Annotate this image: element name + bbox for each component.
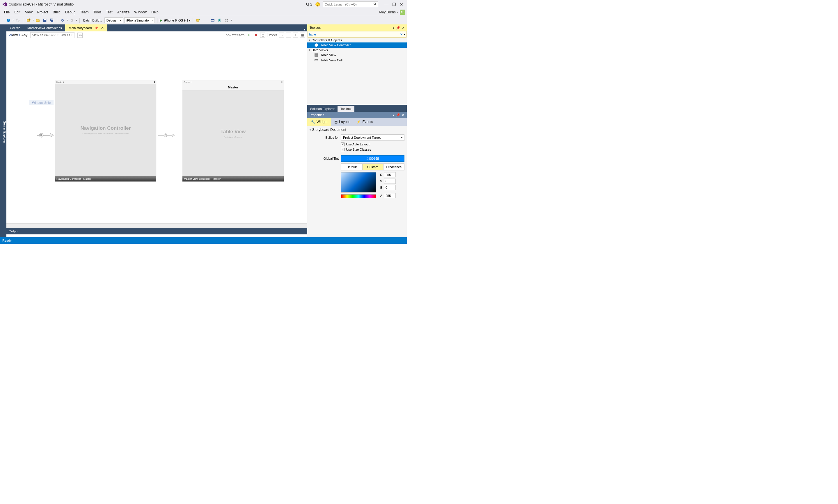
- menu-window[interactable]: Window: [132, 10, 149, 14]
- nav-controller-scene[interactable]: Carrier ᯤ▮ Navigation Controller Ctrl+dr…: [55, 80, 156, 181]
- color-a-input[interactable]: [384, 193, 396, 198]
- toolbar-icon-3[interactable]: [217, 17, 222, 23]
- segue-arrow-root[interactable]: [158, 131, 175, 139]
- user-menu[interactable]: Amy Burns ▾ AB: [378, 10, 405, 15]
- horizontal-scrollbar[interactable]: [6, 223, 307, 228]
- menu-debug[interactable]: Debug: [63, 10, 78, 14]
- toolbox-search[interactable]: ✕ ▾: [307, 31, 407, 37]
- global-tint-swatch[interactable]: #ff0086ff: [341, 155, 405, 162]
- menu-file[interactable]: File: [2, 10, 12, 14]
- props-tab-layout[interactable]: ▤Layout: [331, 118, 353, 126]
- platform-dropdown[interactable]: iPhoneSimulator▾: [124, 17, 155, 23]
- menu-project[interactable]: Project: [35, 10, 50, 14]
- color-b-input[interactable]: [384, 185, 396, 190]
- menu-view[interactable]: View: [23, 10, 35, 14]
- run-button[interactable]: ▶: [160, 18, 162, 22]
- hue-slider[interactable]: [341, 194, 376, 198]
- pin-icon[interactable]: 📌: [396, 113, 400, 116]
- search-icon: [373, 2, 377, 6]
- color-r-input[interactable]: [384, 172, 396, 177]
- toolbox-group[interactable]: ▿Data Views: [307, 48, 407, 52]
- color-custom-button[interactable]: Custom: [362, 163, 384, 170]
- menu-team[interactable]: Team: [78, 10, 91, 14]
- save-button[interactable]: [42, 17, 48, 23]
- tab-cell-xib[interactable]: Cell.xib: [6, 24, 24, 31]
- panel-dropdown-icon[interactable]: ▾: [393, 114, 394, 116]
- auto-layout-checkbox[interactable]: ✓Use Auto Layout: [341, 143, 405, 146]
- server-explorer-tab[interactable]: Server Explorer: [0, 24, 6, 237]
- segue-arrow-entry[interactable]: [37, 131, 54, 139]
- menu-build[interactable]: Build: [50, 10, 63, 14]
- batch-build-button[interactable]: Batch Build...: [82, 19, 103, 22]
- orientation-toggle[interactable]: ▭: [77, 33, 83, 38]
- feedback-icon[interactable]: 🙂: [315, 2, 320, 7]
- nav-forward-button[interactable]: [15, 17, 21, 23]
- toolbox-item-tvc[interactable]: Table View Controller: [307, 42, 407, 48]
- size-class-indicator[interactable]: WAny HAny: [9, 33, 28, 37]
- color-g-input[interactable]: [384, 179, 396, 184]
- open-file-button[interactable]: [35, 17, 41, 23]
- builds-for-dropdown[interactable]: Project Deployment Target▾: [341, 134, 405, 141]
- tabs-dropdown[interactable]: ▾: [302, 27, 307, 31]
- toolbar-icon-2[interactable]: [210, 17, 216, 23]
- storyboard-canvas[interactable]: Window Snip Carrier ᯤ▮ Navigation Contro…: [6, 39, 307, 223]
- pin-icon[interactable]: 📌: [94, 26, 98, 30]
- zoom-reset-icon[interactable]: +: [293, 33, 298, 38]
- svg-rect-16: [219, 19, 220, 21]
- output-panel-header[interactable]: Output: [6, 228, 307, 234]
- menu-help[interactable]: Help: [149, 10, 161, 14]
- toolbox-item-table-view[interactable]: Table View: [307, 52, 407, 58]
- svg-point-3: [16, 19, 19, 22]
- device-dropdown[interactable]: iPhone 6 iOS 9.1 ▾: [164, 19, 190, 22]
- tab-master-vc[interactable]: MasterViewController.cs: [24, 24, 65, 31]
- tab-solution-explorer[interactable]: Solution Explorer: [307, 106, 338, 112]
- clear-search-icon[interactable]: ✕: [400, 33, 403, 36]
- close-tab-icon[interactable]: ✕: [101, 26, 104, 30]
- undo-button[interactable]: [60, 17, 66, 23]
- status-bar: Ready: [0, 237, 407, 244]
- menu-edit[interactable]: Edit: [12, 10, 23, 14]
- tab-toolbox[interactable]: Toolbox: [338, 106, 354, 112]
- zoom-actual-icon[interactable]: ▦: [300, 33, 305, 38]
- color-gradient-picker[interactable]: [341, 172, 376, 193]
- menu-test[interactable]: Test: [104, 10, 115, 14]
- zoom-out-icon[interactable]: −: [286, 33, 291, 38]
- constraint-frame-icon[interactable]: ▢: [260, 33, 265, 38]
- close-panel-icon[interactable]: ✕: [402, 26, 405, 29]
- menu-tools[interactable]: Tools: [91, 10, 104, 14]
- master-vc-scene[interactable]: Carrier ᯤ▮ Master Table View Prototype C…: [182, 80, 284, 181]
- search-dropdown-icon[interactable]: ▾: [404, 33, 405, 36]
- constraint-remove-icon[interactable]: ✖: [253, 33, 258, 38]
- nav-back-button[interactable]: [5, 17, 11, 23]
- redo-button[interactable]: [69, 17, 75, 23]
- toolbox-item-table-cell[interactable]: Table View Cell: [307, 58, 407, 63]
- save-all-button[interactable]: [49, 17, 55, 23]
- notifications-flag[interactable]: 2: [305, 2, 312, 6]
- zoom-fit-icon[interactable]: ⛶: [279, 33, 284, 38]
- size-classes-checkbox[interactable]: ✓Use Size Classes: [341, 148, 405, 151]
- window-title: CustomTableCell - Microsoft Visual Studi…: [9, 2, 74, 6]
- svg-rect-30: [316, 44, 317, 46]
- toolbar-icon-1[interactable]: [195, 17, 201, 23]
- view-as-selector[interactable]: VIEW AS Generic ▾ iOS 9.1 ▾: [30, 32, 74, 38]
- maximize-button[interactable]: ❐: [391, 2, 397, 7]
- color-default-button[interactable]: Default: [341, 163, 362, 170]
- color-predefined-button[interactable]: Predefinec: [383, 163, 405, 170]
- menu-bar: File Edit View Project Build Debug Team …: [0, 9, 407, 16]
- minimize-button[interactable]: —: [384, 2, 389, 7]
- toolbox-group[interactable]: ▿Controllers & Objects: [307, 38, 407, 42]
- constraint-add-icon[interactable]: ✚: [246, 33, 251, 38]
- tab-main-storyboard[interactable]: Main.storyboard 📌 ✕: [65, 24, 107, 31]
- pin-icon[interactable]: 📌: [396, 26, 400, 29]
- close-panel-icon[interactable]: ✕: [402, 113, 405, 116]
- svg-rect-24: [40, 134, 42, 136]
- panel-dropdown-icon[interactable]: ▾: [393, 26, 394, 29]
- props-tab-events[interactable]: ⚡Events: [353, 118, 376, 126]
- quick-launch-input[interactable]: Quick Launch (Ctrl+Q): [323, 1, 378, 7]
- configuration-dropdown[interactable]: Debug▾: [105, 17, 123, 23]
- menu-analyze[interactable]: Analyze: [115, 10, 132, 14]
- new-project-button[interactable]: ✦: [25, 17, 32, 23]
- props-tab-widget[interactable]: 🔧Widget: [307, 118, 331, 126]
- toolbar-icon-4[interactable]: [224, 17, 230, 23]
- close-button[interactable]: ✕: [399, 2, 405, 7]
